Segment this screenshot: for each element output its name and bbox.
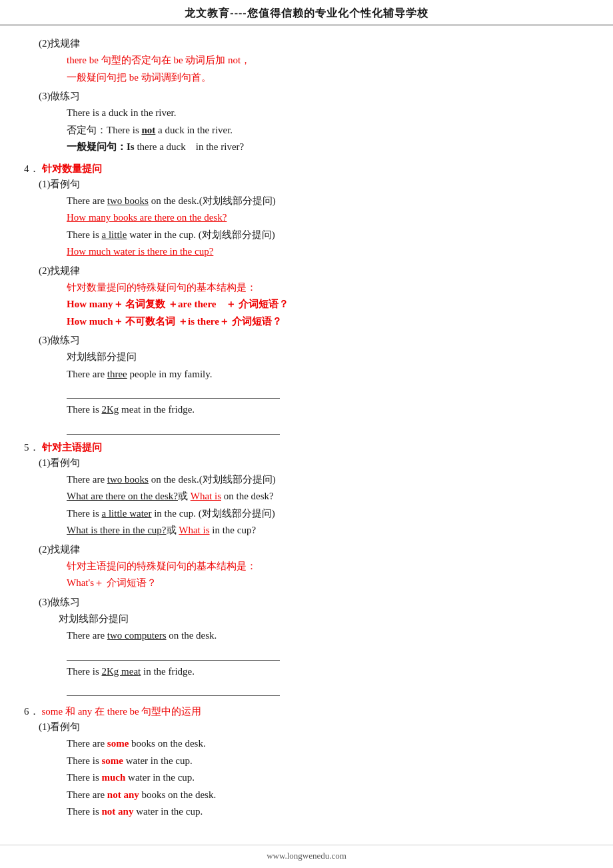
label-yiban: 一般疑问句： xyxy=(67,141,127,152)
underline-three: three xyxy=(107,369,127,379)
section-5-title: 针对主语提问 xyxy=(42,441,102,454)
section-4: 4． 针对数量提问 (1)看例句 There are two books on … xyxy=(24,163,589,435)
sentence-1: There is a duck in the river. xyxy=(67,105,589,122)
underline-what-is-2: What is xyxy=(179,525,209,535)
rule-5-2: What's＋ 介词短语？ xyxy=(67,575,589,592)
sentence-question: 一般疑问句：Is there a duck in the river? xyxy=(67,139,589,156)
exercise-5-content: 对划线部分提问 There are two computers on the d… xyxy=(67,611,589,697)
underline-a-little: a little xyxy=(101,229,127,240)
rules-label: (2)找规律 xyxy=(39,265,589,277)
examples-label: (1)看例句 xyxy=(39,178,589,191)
section-6-examples: (1)看例句 There are some books on the desk.… xyxy=(39,721,589,821)
rules-5-content: 针对主语提问的特殊疑问句的基本结构是： What's＋ 介词短语？ xyxy=(67,558,589,592)
exercise-4-instruction: 对划线部分提问 xyxy=(67,349,589,366)
ex-4-2: How many books are there on the desk? xyxy=(67,209,589,227)
section-4-exercise: (3)做练习 对划线部分提问 There are three people in… xyxy=(39,334,589,435)
underline-what-is-there: What is there in the cup? xyxy=(67,525,167,535)
answer-line-4-2 xyxy=(67,423,280,435)
section-6-title: some 和 any 在 there be 句型中的运用 xyxy=(42,705,202,718)
exercise-4-s2: There is 2Kg meat in the fridge. xyxy=(67,401,589,419)
answer-line-5-1 xyxy=(67,649,280,661)
ex-6-1: There are some books on the desk. xyxy=(67,735,589,753)
rule-4-3: How much＋ 不可数名词 ＋is there＋ 介词短语？ xyxy=(67,313,589,331)
answer-line-4-1 xyxy=(67,387,280,399)
exercise-5-s2: There is 2Kg meat in the fridge. xyxy=(67,663,589,681)
ex-4-1: There are two books on the desk.(对划线部分提问… xyxy=(67,193,589,210)
underline-what-is-1: What is xyxy=(191,491,221,501)
word-not-any-2: not any xyxy=(101,806,133,817)
underline-two-books-5: two books xyxy=(107,474,149,485)
rules-5-label: (2)找规律 xyxy=(39,543,589,556)
exercise-4-s1: There are three people in my family. xyxy=(67,366,589,383)
section-5-examples: (1)看例句 There are two books on the desk.(… xyxy=(39,457,589,539)
section-5: 5． 针对主语提问 (1)看例句 There are two books on … xyxy=(24,441,589,697)
ex-5-4: What is there in the cup?或 What is in th… xyxy=(67,522,589,539)
word-some-1: some xyxy=(107,738,129,749)
rules-content: 针对数量提问的特殊疑问句的基本结构是： How many＋ 名词复数 ＋are … xyxy=(67,279,589,331)
exercise-4-content: 对划线部分提问 There are three people in my fam… xyxy=(67,349,589,435)
exercise-label: (3)做练习 xyxy=(39,90,589,103)
section-4-examples: (1)看例句 There are two books on the desk.(… xyxy=(39,178,589,261)
ex-4-4: How much water is there in the cup? xyxy=(67,243,589,261)
rule-text-2: 一般疑问句把 be 动词调到句首。 xyxy=(67,72,211,83)
footer-url: www.longwenedu.com xyxy=(267,851,346,861)
ex-4-3: There is a little water in the cup. (对划线… xyxy=(67,227,589,244)
word-not-any-1: not any xyxy=(107,789,139,800)
exercise-5-s1: There are two computers on the desk. xyxy=(67,627,589,645)
exercise-sentences: There is a duck in the river. 否定句：There … xyxy=(67,105,589,156)
underline-a-little-water: a little water xyxy=(101,508,151,519)
section-5-rules: (2)找规律 针对主语提问的特殊疑问句的基本结构是： What's＋ 介词短语？ xyxy=(39,543,589,592)
section-4-number: 4． xyxy=(24,163,39,175)
word-is: Is xyxy=(127,141,135,152)
underline-two-computers: two computers xyxy=(107,630,167,641)
subsection-label: (2)找规律 xyxy=(39,37,589,50)
ex-5-3: There is a little water in the cup. (对划线… xyxy=(67,505,589,523)
ex-6-3: There is much water in the cup. xyxy=(67,769,589,787)
word-not: not xyxy=(141,125,155,135)
word-some-2: some xyxy=(101,755,123,766)
word-much: much xyxy=(101,772,125,783)
examples-5-content: There are two books on the desk.(对划线部分提问… xyxy=(67,471,589,539)
ex-6-4: There are not any books on the desk. xyxy=(67,787,589,804)
exercise-4-label: (3)做练习 xyxy=(39,334,589,347)
section-6-number: 6． xyxy=(24,705,39,718)
section-5-exercise: (3)做练习 对划线部分提问 There are two computers o… xyxy=(39,596,589,697)
underline-2kg-1: 2Kg xyxy=(101,404,119,415)
examples-5-label: (1)看例句 xyxy=(39,457,589,469)
section-4-rules: (2)找规律 针对数量提问的特殊疑问句的基本结构是： How many＋ 名词复… xyxy=(39,265,589,331)
section-2-continuation: (2)找规律 there be 句型的否定句在 be 动词后加 not， 一般疑… xyxy=(24,37,589,156)
page-footer: www.longwenedu.com xyxy=(0,845,613,868)
rule-text-1: there be 句型的否定句在 be 动词后加 not， xyxy=(67,55,251,65)
main-content: (2)找规律 there be 句型的否定句在 be 动词后加 not， 一般疑… xyxy=(0,25,613,845)
ex-5-1: There are two books on the desk.(对划线部分提问… xyxy=(67,471,589,489)
sentence-negative: 否定句：There is not a duck in the river. xyxy=(67,122,589,139)
examples-content: There are two books on the desk.(对划线部分提问… xyxy=(67,193,589,261)
ex-5-2: What are there on the desk?或 What is on … xyxy=(67,488,589,505)
exercise-5-label: (3)做练习 xyxy=(39,596,589,609)
underline-2kg-meat: 2Kg meat xyxy=(101,666,141,677)
rule-4-2: How many＋ 名词复数 ＋are there ＋ 介词短语？ xyxy=(67,296,589,313)
examples-6-label: (1)看例句 xyxy=(39,721,589,733)
underline-two-books: two books xyxy=(107,195,149,206)
subsection-2-rules: (2)找规律 there be 句型的否定句在 be 动词后加 not， 一般疑… xyxy=(39,37,589,86)
page-wrapper: 龙文教育----您值得信赖的专业化个性化辅导学校 (2)找规律 there be… xyxy=(0,0,613,868)
answer-line-5-2 xyxy=(67,684,280,696)
section-6: 6． some 和 any 在 there be 句型中的运用 (1)看例句 T… xyxy=(24,705,589,821)
section-4-title: 针对数量提问 xyxy=(42,163,102,175)
examples-6-content: There are some books on the desk. There … xyxy=(67,735,589,821)
rule-content: there be 句型的否定句在 be 动词后加 not， 一般疑问句把 be … xyxy=(67,52,589,86)
underline-what-are: What are there on the desk? xyxy=(67,491,178,501)
ex-6-2: There is some water in the cup. xyxy=(67,753,589,770)
ex-6-5: There is not any water in the cup. xyxy=(67,803,589,821)
header-title: 龙文教育----您值得信赖的专业化个性化辅导学校 xyxy=(185,7,428,19)
rule-4-1: 针对数量提问的特殊疑问句的基本结构是： xyxy=(67,279,589,297)
subsection-2-exercise: (3)做练习 There is a duck in the river. 否定句… xyxy=(39,90,589,156)
section-5-number: 5． xyxy=(24,441,39,454)
rule-5-1: 针对主语提问的特殊疑问句的基本结构是： xyxy=(67,558,589,575)
exercise-5-instruction: 对划线部分提问 xyxy=(59,611,589,628)
page-header: 龙文教育----您值得信赖的专业化个性化辅导学校 xyxy=(0,0,613,25)
